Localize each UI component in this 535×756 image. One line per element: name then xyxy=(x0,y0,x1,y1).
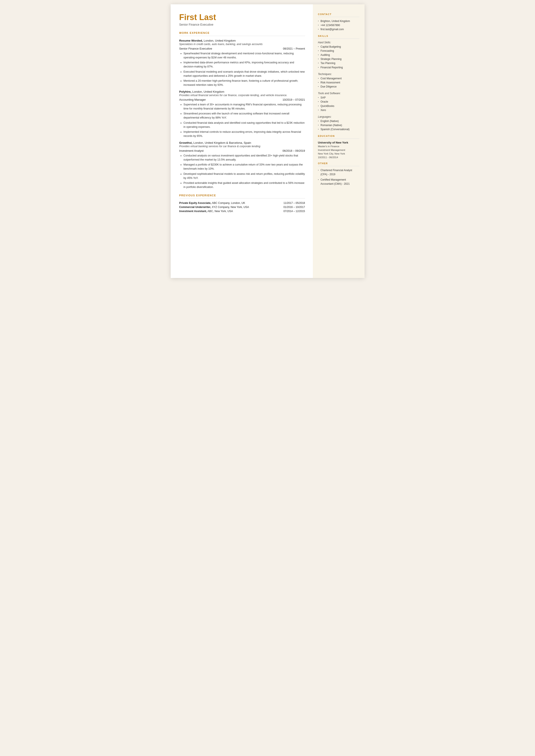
employer-line-2: Growthsi, London, United Kingdom & Barce… xyxy=(179,141,305,144)
hard-skill-5: Financial Reporting xyxy=(318,66,359,70)
skills-divider xyxy=(318,39,359,39)
prev-exp-title-bold-1: Commercial Underwriter, xyxy=(179,206,211,209)
main-column: First Last Senior Finance Executive WORK… xyxy=(171,4,313,278)
contact-item-1: +44 1234567890 xyxy=(318,23,359,27)
bullet-item-2-3: Provided actionable insights that guided… xyxy=(180,181,305,189)
tools-list: SAPOracleQuickBooksXero xyxy=(318,96,359,112)
prev-exp-row-0: Private Equity Associate, ABC Company, L… xyxy=(179,202,305,205)
work-entry-2: Growthsi, London, United Kingdom & Barce… xyxy=(179,141,305,189)
prev-exp-left-0: Private Equity Associate, ABC Company, L… xyxy=(179,202,245,205)
bullet-item-0-1: Implemented data-driven performance metr… xyxy=(180,61,305,69)
tools-label: Tools and Software: xyxy=(318,92,359,95)
education-entries: University of New YorkMaster's in Financ… xyxy=(318,141,359,159)
prev-exp-dates-2: 07/2014 – 12/2015 xyxy=(283,210,305,213)
languages-label: Languages: xyxy=(318,115,359,118)
role-dates-2: 06/2018 – 09/2019 xyxy=(282,149,305,153)
tool-0: SAP xyxy=(318,96,359,100)
languages-list: English (Native)Romanian (Native)Spanish… xyxy=(318,119,359,132)
prev-exp-dates-0: 11/2017 – 05/2018 xyxy=(283,202,305,205)
tool-1: Oracle xyxy=(318,100,359,104)
education-heading: EDUCATION xyxy=(318,135,359,137)
technique-2: Due Diligence xyxy=(318,85,359,89)
bullet-item-1-0: Supervised a team of 30+ accountants in … xyxy=(180,102,305,111)
work-entries: Resume Worded, London, United KingdomSpe… xyxy=(179,39,305,189)
role-title-1: Accounting Manager xyxy=(179,98,206,101)
hard-skill-2: Auditing xyxy=(318,53,359,57)
employer-name-0: Resume Worded, xyxy=(179,39,203,42)
employer-desc-1: Provides virtual financial services for … xyxy=(179,94,305,97)
other-list: Chartered Financial Analyst (CFA) - 2019… xyxy=(318,168,359,186)
work-entry-1: Polyhire, London, United KingdomProvides… xyxy=(179,90,305,138)
employer-line-0: Resume Worded, London, United Kingdom xyxy=(179,39,305,42)
resume-page: First Last Senior Finance Executive WORK… xyxy=(171,4,365,278)
hard-skill-3: Strategic Planning xyxy=(318,57,359,61)
other-item-0: Chartered Financial Analyst (CFA) - 2019 xyxy=(318,168,359,177)
language-2: Spanish (Conversational) xyxy=(318,127,359,131)
role-row-1: Accounting Manager10/2019 – 07/2021 xyxy=(179,98,305,101)
technique-1: Risk Assessment xyxy=(318,81,359,85)
hard-skills-label: Hard Skills: xyxy=(318,41,359,44)
employer-desc-0: Specializes in credit cards, auto loans,… xyxy=(179,43,305,46)
work-entry-0: Resume Worded, London, United KingdomSpe… xyxy=(179,39,305,87)
work-experience-heading: WORK EXPERIENCE xyxy=(179,32,305,35)
other-heading: OTHER xyxy=(318,162,359,165)
hard-skill-0: Capital Budgeting xyxy=(318,45,359,49)
bullet-item-0-3: Mentored a 20-member high-performing fin… xyxy=(180,79,305,87)
employer-desc-2: Provides virtual banking services for ca… xyxy=(179,145,305,148)
employer-name-2: Growthsi, xyxy=(179,141,193,144)
bullet-item-0-2: Executed financial modeling and scenario… xyxy=(180,70,305,78)
role-title-2: Investment Analyst xyxy=(179,149,204,153)
hard-skills-list: Capital BudgetingForecastingAuditingStra… xyxy=(318,45,359,70)
bullet-list-1: Supervised a team of 30+ accountants in … xyxy=(179,102,305,138)
bullet-list-0: Spearheaded financial strategy developme… xyxy=(179,51,305,87)
bullet-item-1-2: Conducted financial data analysis and id… xyxy=(180,121,305,129)
bullet-item-2-0: Conducted analysis on various investment… xyxy=(180,154,305,162)
candidate-title: Senior Finance Executive xyxy=(179,23,305,26)
other-item-1: Certified Management Accountant (CMA) - … xyxy=(318,178,359,186)
sidebar: CONTACT Brighton, United Kingdom+44 1234… xyxy=(313,4,365,278)
skills-heading: SKILLS xyxy=(318,35,359,37)
role-dates-0: 08/2021 – Present xyxy=(283,47,305,50)
language-0: English (Native) xyxy=(318,119,359,123)
role-row-2: Investment Analyst06/2018 – 09/2019 xyxy=(179,149,305,153)
techniques-label: Techniques: xyxy=(318,72,359,76)
bullet-item-1-1: Streamlined processes with the launch of… xyxy=(180,112,305,120)
contact-item-0: Brighton, United Kingdom xyxy=(318,19,359,23)
language-1: Romanian (Native) xyxy=(318,123,359,127)
bullet-item-1-3: Implemented internal controls to reduce … xyxy=(180,130,305,138)
prev-exp-dates-1: 01/2016 – 10/2017 xyxy=(283,206,305,209)
employer-line-1: Polyhire, London, United Kingdom xyxy=(179,90,305,93)
previous-experience-divider xyxy=(179,198,305,199)
edu-detail-0: Master's in FinanceInvestment Management… xyxy=(318,145,359,159)
prev-exp-title-bold-0: Private Equity Associate, xyxy=(179,202,211,205)
previous-experience-entries: Private Equity Associate, ABC Company, L… xyxy=(179,202,305,213)
prev-exp-left-1: Commercial Underwriter, XYZ Company, New… xyxy=(179,206,249,209)
prev-exp-row-2: Investment Assistant, ABC, New York, USA… xyxy=(179,210,305,213)
bullet-item-2-1: Managed a portfolio of $230K to achieve … xyxy=(180,163,305,171)
edu-school-0: University of New York xyxy=(318,141,359,144)
candidate-name: First Last xyxy=(179,13,305,22)
edu-entry-0: University of New YorkMaster's in Financ… xyxy=(318,141,359,159)
tool-2: QuickBooks xyxy=(318,104,359,108)
contact-divider xyxy=(318,17,359,17)
role-row-0: Senior Finance Executive08/2021 – Presen… xyxy=(179,47,305,50)
hard-skill-4: Tax Planning xyxy=(318,61,359,65)
tool-3: Xero xyxy=(318,108,359,112)
hard-skill-1: Forecasting xyxy=(318,49,359,53)
employer-name-1: Polyhire, xyxy=(179,90,191,93)
techniques-list: Cost ManagementRisk AssessmentDue Dilige… xyxy=(318,76,359,89)
bullet-item-0-0: Spearheaded financial strategy developme… xyxy=(180,51,305,60)
contact-item-2: first.last@gmail.com xyxy=(318,27,359,32)
prev-exp-row-1: Commercial Underwriter, XYZ Company, New… xyxy=(179,206,305,209)
bullet-item-2-2: Developed sophisticated financial models… xyxy=(180,172,305,180)
prev-exp-left-2: Investment Assistant, ABC, New York, USA xyxy=(179,210,233,213)
technique-0: Cost Management xyxy=(318,76,359,81)
previous-experience-heading: PREVIOUS EXPERIENCE xyxy=(179,194,305,197)
prev-exp-title-bold-2: Investment Assistant, xyxy=(179,210,207,213)
role-dates-1: 10/2019 – 07/2021 xyxy=(282,98,305,101)
contact-list: Brighton, United Kingdom+44 1234567890fi… xyxy=(318,19,359,32)
contact-heading: CONTACT xyxy=(318,13,359,15)
role-title-0: Senior Finance Executive xyxy=(179,47,212,50)
bullet-list-2: Conducted analysis on various investment… xyxy=(179,154,305,189)
